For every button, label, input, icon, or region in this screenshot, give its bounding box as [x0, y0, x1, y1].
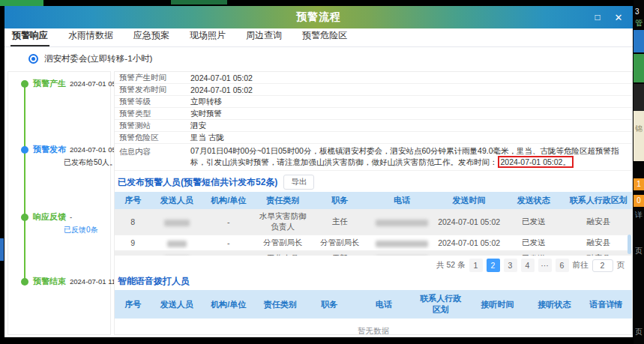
- sms-table-title: 已发布预警人员(预警短信共计发布52条): [118, 176, 277, 189]
- table-cell: [368, 251, 436, 256]
- detail-label: 预警类型: [115, 109, 190, 119]
- table-cell: [368, 209, 436, 235]
- timeline-step-feedback: 响应反馈 - 已反馈0条: [8, 211, 112, 235]
- column-header: 电话: [352, 290, 415, 319]
- tab-bar: 预警响应 水雨情数据 应急预案 现场照片 周边查询 预警危险区: [4, 28, 633, 47]
- pagination-page-button[interactable]: 3: [504, 259, 517, 272]
- export-button[interactable]: 导出: [283, 175, 314, 190]
- timeline-step-label: 预警结束: [33, 276, 66, 287]
- edge-fragment: 管: [635, 18, 643, 28]
- table-cell: 水旱灾害防御负责人: [254, 209, 311, 235]
- detail-label: 信息内容: [115, 145, 190, 157]
- pagination-page-label: 页: [617, 260, 625, 271]
- table-cell: [151, 235, 202, 251]
- column-header: 接听时间: [466, 290, 529, 319]
- pagination-page-button[interactable]: 6: [556, 259, 569, 272]
- column-header: 语音详情: [580, 290, 632, 319]
- timeline-step-published: 预警发布 2024-07-01 05:02 已发布给50人。: [8, 144, 112, 168]
- column-header: 发送人员: [151, 192, 202, 209]
- detail-value: 2024-07-01 05:02: [190, 73, 253, 82]
- pagination-ellipsis[interactable]: ···: [538, 259, 552, 272]
- table-cell: 融安县: [565, 251, 632, 256]
- timeline-step-generated: 预警产生 2024-07-01 05:02: [8, 78, 112, 89]
- pagination-jump-input[interactable]: [592, 259, 613, 272]
- column-header: 接听状态: [529, 290, 580, 319]
- column-header: 机构/单位: [202, 290, 254, 319]
- table-cell: 8: [115, 209, 151, 235]
- empty-data-text: 暂无数据: [115, 319, 632, 335]
- tab-water-rain-data[interactable]: 水雨情数据: [67, 26, 115, 46]
- table-cell: 已发送: [502, 235, 565, 251]
- voice-table-title: 智能语音拨打人员: [118, 275, 190, 288]
- table-cell: [151, 209, 202, 235]
- edge-block-green: [634, 54, 644, 82]
- tab-emergency-plan[interactable]: 应急预案: [132, 26, 171, 46]
- table-cell: 主任: [311, 209, 368, 235]
- column-header: 职务: [311, 192, 368, 209]
- detail-label: 预警等级: [115, 97, 190, 107]
- sms-recipients-table: 序号 发送人员 机构/单位 责任类别 职务 电话 发送时间 发送状态 联系人行政…: [115, 192, 632, 209]
- column-header: 序号: [115, 192, 151, 209]
- pagination-jump-label: 前往: [573, 260, 589, 271]
- pagination-page-button[interactable]: 1: [469, 259, 483, 272]
- tab-nearby-query[interactable]: 周边查询: [244, 26, 283, 46]
- tab-warning-danger-zone[interactable]: 预警危险区: [301, 26, 349, 46]
- timeline-dot: [21, 214, 28, 221]
- column-header: 责任类别: [254, 192, 311, 209]
- table-cell: 分管副局长: [311, 235, 368, 251]
- warning-detail-panel: 预警产生时间 2024-07-01 05:02 预警发布时间 2024-07-0…: [114, 71, 633, 335]
- tab-site-photos[interactable]: 现场照片: [188, 26, 227, 46]
- timeline-step-time: -: [70, 213, 72, 221]
- sms-table-body[interactable]: 8-水旱灾害防御负责人主任2024-07-01 05:02已发送融安县9-分管副…: [115, 209, 632, 256]
- detail-row: 预警危险区 里当 古陇: [115, 132, 632, 144]
- table-row: 8-水旱灾害防御负责人主任2024-07-01 05:02已发送融安县: [115, 209, 632, 235]
- column-header: 电话: [368, 192, 436, 209]
- table-cell: 2024-07-01 05:02: [436, 251, 503, 256]
- column-header: 发送状态: [502, 192, 565, 209]
- voice-section-header: 智能语音拨打人员: [115, 274, 632, 290]
- feedback-count-link[interactable]: 已反馈0条: [64, 225, 112, 235]
- pagination-page-button[interactable]: 4: [521, 259, 535, 272]
- detail-value: 实时预警: [190, 109, 222, 119]
- table-cell: [202, 251, 254, 256]
- column-header: 机构/单位: [202, 192, 254, 209]
- pagination-total: 共 52 条: [436, 260, 466, 271]
- table-cell: 融安县: [565, 209, 632, 235]
- detail-label: 预警产生时间: [115, 73, 190, 83]
- timeline-step-ended: 预警结束 2024-07-01 11:02: [8, 276, 112, 287]
- table-cell: 已发送: [502, 209, 565, 235]
- redacted-value: [376, 220, 428, 226]
- column-header: 职务: [306, 290, 352, 319]
- pagination-page-button[interactable]: 2: [487, 259, 500, 272]
- edge-fragment: 锦: [635, 124, 643, 134]
- timeline-step-subtext: 已发布给50人。: [64, 157, 112, 168]
- table-scrollbar[interactable]: [628, 235, 631, 254]
- publish-time-highlight: 2024-07-01 05:02。: [498, 156, 574, 168]
- column-header: 发送时间: [436, 192, 503, 209]
- detail-label: 预警测站: [115, 121, 190, 131]
- detail-label: 预警发布时间: [115, 85, 190, 95]
- table-cell: -: [202, 209, 254, 235]
- detail-row-info-content: 信息内容 07月01日04时00分~01日05时00分，板榄镇泗安村委会，泗安站…: [115, 144, 632, 171]
- timeline-step-label: 预警发布: [33, 144, 66, 155]
- radio-selected-icon[interactable]: [28, 54, 38, 64]
- detail-value: 泗安: [190, 121, 206, 131]
- detail-label: 预警危险区: [115, 133, 190, 143]
- close-icon[interactable]: ✕: [612, 11, 625, 25]
- redacted-value: [164, 220, 190, 226]
- table-cell: 分管副局长: [254, 235, 311, 251]
- table-row: 10工作人员干部2024-07-01 05:02已发送融安县: [115, 251, 632, 256]
- maximize-icon[interactable]: □: [591, 11, 604, 25]
- target-radio-label: 泗安村委会(立即转移-1小时): [44, 53, 152, 64]
- tab-warning-response[interactable]: 预警响应: [10, 26, 49, 46]
- edge-fragment: 详: [635, 210, 643, 220]
- background-green-strip-2: [171, 0, 227, 4]
- edge-block-dark: [634, 84, 644, 111]
- redacted-value: [376, 241, 428, 247]
- table-cell: 干部: [311, 251, 368, 256]
- edge-fragment: 页: [635, 327, 643, 337]
- sms-section-header: 已发布预警人员(预警短信共计发布52条) 导出: [115, 171, 632, 192]
- target-radio-row[interactable]: 泗安村委会(立即转移-1小时): [7, 49, 630, 67]
- table-cell: -: [202, 235, 254, 251]
- edge-badge: 1: [634, 178, 644, 190]
